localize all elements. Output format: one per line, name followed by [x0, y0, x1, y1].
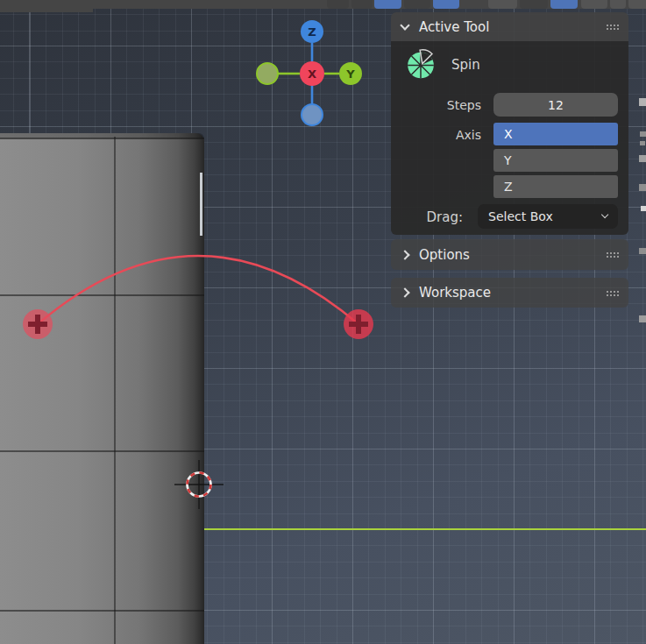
axis-selector: X Y Z — [493, 123, 618, 202]
drag-dropdown-value: Select Box — [488, 209, 553, 223]
chevron-down-icon[interactable] — [400, 20, 409, 30]
gizmo-axis-z[interactable]: Z — [301, 20, 323, 43]
drag-grip-icon[interactable] — [607, 252, 608, 254]
chevron-down-icon — [601, 211, 609, 219]
active-tool-panel-body: Spin Steps 12 Axis X Y Z Drag: Select — [391, 41, 628, 235]
axis-option-z[interactable]: Z — [493, 175, 618, 198]
spin-handle-right[interactable] — [344, 309, 373, 339]
axis-label: Axis — [391, 128, 481, 142]
cutoff-ui-fragment — [640, 141, 645, 145]
axis-option-label: Y — [504, 153, 512, 167]
steps-label: Steps — [391, 98, 481, 112]
3d-cursor — [174, 460, 224, 509]
axis-option-label: X — [504, 127, 513, 141]
drag-label: Drag: — [391, 209, 463, 225]
cutoff-ui-fragment — [639, 248, 646, 254]
gizmo-axis-y[interactable]: Y — [339, 62, 362, 85]
cutoff-ui-fragment — [639, 315, 646, 322]
drag-dropdown[interactable]: Select Box — [478, 204, 618, 229]
panel-title: Workspace — [419, 285, 491, 301]
cutoff-ui-fragment — [640, 131, 646, 137]
panel-title: Active Tool — [419, 19, 489, 35]
chevron-right-icon[interactable] — [400, 250, 409, 259]
panel-header-active-tool[interactable]: Active Tool — [391, 12, 628, 41]
chevron-right-icon[interactable] — [400, 287, 409, 297]
panel-title: Options — [419, 247, 470, 263]
axis-option-y[interactable]: Y — [493, 149, 618, 172]
axis-option-x[interactable]: X — [493, 123, 618, 145]
active-tool-name: Spin — [451, 57, 480, 73]
gizmo-x-label: X — [308, 67, 316, 81]
spin-handle-left[interactable] — [23, 309, 53, 339]
steps-input[interactable]: 12 — [493, 93, 618, 117]
axis-option-label: Z — [504, 180, 513, 194]
spin-icon — [404, 48, 437, 81]
gizmo-axis-y-neg[interactable] — [257, 63, 278, 84]
tool-settings-panels: Active Tool Spin Steps 12 Axis X — [391, 12, 628, 308]
cutoff-ui-fragment — [639, 155, 646, 162]
gizmo-z-label: Z — [308, 25, 316, 39]
drag-grip-icon[interactable] — [607, 291, 608, 293]
gizmo-y-label: Y — [345, 67, 355, 81]
drag-grip-icon[interactable] — [607, 25, 608, 26]
gizmo-axis-z-neg[interactable] — [302, 104, 323, 125]
cutoff-ui-fragment — [641, 206, 646, 211]
spin-gizmo-arc[interactable] — [38, 256, 358, 324]
cutoff-ui-fragment — [639, 184, 646, 191]
steps-value: 12 — [548, 98, 564, 112]
panel-header-workspace[interactable]: Workspace — [391, 278, 628, 308]
cutoff-ui-fragment — [639, 98, 646, 106]
panel-header-options[interactable]: Options — [391, 239, 628, 270]
blender-viewport: Z Y X Active Tool — [0, 0, 646, 644]
gizmo-axis-x[interactable]: X — [300, 61, 324, 86]
navigation-gizmo[interactable]: Z Y X — [257, 20, 362, 125]
